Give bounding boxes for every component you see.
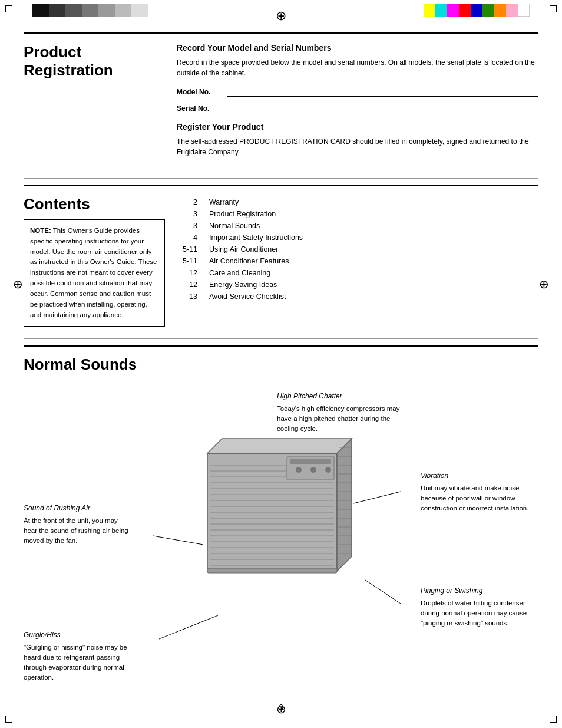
toc-item-6: 5-11 Air Conditioner Features [177, 257, 538, 265]
serial-field: Serial No. [177, 104, 538, 113]
contents-title: Contents [24, 195, 165, 213]
label-rushing-air-title: Sound of Rushing Air [24, 503, 133, 513]
note-box: NOTE: This Owner's Guide provides specif… [24, 219, 165, 327]
label-gurgle-text: "Gurgling or hissing" noise may be heard… [24, 643, 141, 683]
svg-rect-40 [290, 459, 331, 464]
color-swatches-right [424, 4, 530, 17]
toc-title-1: Warranty [209, 198, 538, 206]
normal-sounds-title-row: Normal Sounds [24, 355, 538, 374]
toc-page-2: 3 [177, 210, 197, 218]
toc-item-1: 2 Warranty [177, 198, 538, 206]
normal-sounds-section: Normal Sounds High Pitched Chatter Today… [24, 347, 538, 680]
toc-title-7: Care and Cleaning [209, 269, 538, 277]
label-pinging-text: Droplets of water hitting condenser duri… [421, 598, 538, 629]
toc-page-6: 5-11 [177, 257, 197, 265]
contents-title-col: Contents NOTE: This Owner's Guide provid… [24, 195, 165, 327]
ac-unit-svg [196, 418, 366, 601]
record-heading: Record Your Model and Serial Numbers [177, 43, 538, 52]
svg-line-3 [365, 580, 401, 604]
toc-page-9: 13 [177, 292, 197, 301]
toc-list: 2 Warranty 3 Product Registration 3 Norm… [177, 195, 538, 327]
reg-mark-bottom: ⊕ [276, 702, 286, 716]
toc-title-2: Product Registration [209, 210, 538, 218]
model-field: Model No. [177, 87, 538, 97]
label-vibration: Vibration Unit may vibrate and make nois… [421, 471, 538, 513]
label-rushing-air-text: At the front of the unit, you may hear t… [24, 516, 133, 546]
svg-point-41 [296, 467, 302, 473]
reg-mark-center-top: ⊕ [276, 8, 286, 24]
toc-title-8: Energy Saving Ideas [209, 281, 538, 289]
ac-diagram: High Pitched Chatter Today's high effici… [24, 386, 538, 680]
toc-title-9: Avoid Service Checklist [209, 292, 538, 301]
corner-mark-tl [5, 5, 12, 12]
reg-mark-mid-left: ⊕ [13, 277, 23, 291]
label-vibration-text: Unit may vibrate and make noise because … [421, 483, 538, 514]
svg-point-43 [325, 467, 331, 473]
toc-page-3: 3 [177, 222, 197, 230]
serial-label: Serial No. [177, 104, 224, 113]
svg-marker-7 [337, 439, 352, 571]
toc-page-1: 2 [177, 198, 197, 206]
svg-point-42 [310, 467, 316, 473]
label-gurgle: Gurgle/Hiss "Gurgling or hissing" noise … [24, 630, 141, 674]
reg-mark-mid-right: ⊕ [539, 277, 549, 291]
toc-title-3: Normal Sounds [209, 222, 538, 230]
color-swatches-left [32, 4, 148, 17]
register-description: The self-addressed PRODUCT REGISTRATION … [177, 136, 538, 157]
toc-page-4: 4 [177, 233, 197, 242]
toc-item-2: 3 Product Registration [177, 210, 538, 218]
toc-item-4: 4 Important Safety Instructions [177, 233, 538, 242]
label-pinging: Pinging or Swishing Droplets of water hi… [421, 586, 538, 628]
ac-unit-illustration [196, 418, 366, 601]
model-line [227, 87, 538, 97]
toc-item-7: 12 Care and Cleaning [177, 269, 538, 277]
svg-marker-6 [207, 439, 352, 453]
toc-item-3: 3 Normal Sounds [177, 222, 538, 230]
toc-page-5: 5-11 [177, 245, 197, 253]
product-reg-title: Product Registration [24, 43, 165, 80]
product-reg-content: Record Your Model and Serial Numbers Rec… [177, 43, 538, 166]
label-pinging-title: Pinging or Swishing [421, 586, 538, 596]
toc-page-7: 12 [177, 269, 197, 277]
svg-rect-44 [207, 568, 337, 573]
contents-section: Contents NOTE: This Owner's Guide provid… [24, 186, 538, 339]
label-vibration-title: Vibration [421, 471, 538, 481]
corner-mark-bl [5, 716, 12, 723]
product-reg-title-col: Product Registration [24, 43, 165, 166]
product-registration-section: Product Registration Record Your Model a… [24, 34, 538, 179]
record-description: Record in the space provided below the m… [177, 57, 538, 78]
model-label: Model No. [177, 88, 224, 96]
svg-line-4 [159, 615, 218, 639]
register-heading: Register Your Product [177, 122, 538, 131]
corner-mark-tr [550, 5, 557, 12]
label-high-pitched-title: High Pitched Chatter [277, 391, 401, 401]
note-bold: NOTE: [30, 227, 51, 234]
normal-sounds-title: Normal Sounds [24, 355, 538, 374]
toc-item-9: 13 Avoid Service Checklist [177, 292, 538, 301]
page-content: Product Registration Record Your Model a… [24, 32, 538, 704]
toc-item-5: 5-11 Using Air Conditioner [177, 245, 538, 253]
label-rushing-air: Sound of Rushing Air At the front of the… [24, 503, 133, 546]
toc-item-8: 12 Energy Saving Ideas [177, 281, 538, 289]
serial-line [227, 104, 538, 113]
label-gurgle-title: Gurgle/Hiss [24, 630, 141, 640]
corner-mark-br [550, 716, 557, 723]
toc-title-5: Using Air Conditioner [209, 245, 538, 253]
toc-title-4: Important Safety Instructions [209, 233, 538, 242]
note-text: This Owner's Guide provides specific ope… [30, 227, 157, 318]
toc-title-6: Air Conditioner Features [209, 257, 538, 265]
toc-page-8: 12 [177, 281, 197, 289]
